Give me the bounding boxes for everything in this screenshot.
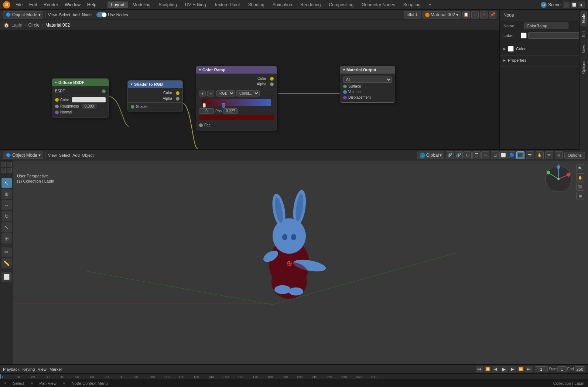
grid-btn[interactable]: ⊞ xyxy=(555,151,563,159)
color-ramp-gradient[interactable] xyxy=(202,99,271,106)
node-canvas[interactable]: ▾ Diffuse BSDF BSDF Color xyxy=(0,30,499,149)
step-fwd-btn[interactable]: ▶ xyxy=(509,366,516,373)
ramp-stop-1[interactable] xyxy=(222,103,225,108)
mo-volume-socket[interactable] xyxy=(343,90,347,94)
properties-section-header[interactable]: ▶ Properties xyxy=(503,58,584,62)
cr-fac-socket[interactable] xyxy=(199,123,203,127)
jump-end-btn[interactable]: ⏭ xyxy=(525,366,533,373)
global-dropdown[interactable]: 🌐 Global ▾ xyxy=(417,152,444,159)
s2rgb-alpha-socket-out[interactable] xyxy=(176,97,180,101)
tl-view[interactable]: View xyxy=(38,367,47,371)
zoom-in-btn[interactable]: 🔍 xyxy=(576,164,584,172)
grid2-btn[interactable]: ⊞ xyxy=(576,192,584,200)
tab-add[interactable]: + xyxy=(425,1,435,8)
view-btn[interactable]: 👁 xyxy=(545,151,553,159)
tl-marker[interactable]: Marker xyxy=(49,367,62,371)
tool-cursor[interactable]: ⊕ xyxy=(1,189,12,199)
viewport-btn-3[interactable]: ◧ xyxy=(578,1,585,8)
jump-start-btn[interactable]: ⏮ xyxy=(476,366,483,373)
prop-label-input[interactable] xyxy=(528,32,584,39)
mo-surface-socket[interactable] xyxy=(343,85,347,88)
select-mode-4[interactable] xyxy=(7,168,12,173)
ramp-type-select[interactable]: RGB xyxy=(216,90,235,96)
header-add[interactable]: Add xyxy=(72,13,80,17)
current-frame[interactable]: 1 xyxy=(535,366,548,372)
blender-icon[interactable]: B xyxy=(3,1,10,9)
step-back-btn[interactable]: ◀ xyxy=(492,366,499,373)
roughness-socket[interactable] xyxy=(55,105,59,108)
select-mode-2[interactable] xyxy=(7,162,12,167)
menu-file[interactable]: File xyxy=(13,1,25,8)
cr-alpha-socket-out[interactable] xyxy=(270,82,274,86)
tool-measure[interactable]: 📏 xyxy=(1,258,12,268)
tool-rotate[interactable]: ↻ xyxy=(1,211,12,221)
viewport-canvas[interactable]: User Perspective (1) Collection | Lapin xyxy=(13,160,588,364)
breadcrumb-circle[interactable]: Circle xyxy=(28,23,40,28)
menu-edit[interactable]: Edit xyxy=(26,1,40,8)
ramp-pos-value[interactable]: 0.227 xyxy=(223,108,238,114)
new-material-btn[interactable]: + xyxy=(471,11,479,18)
label-color-preview[interactable] xyxy=(521,33,527,38)
tl-playback[interactable]: Playback xyxy=(3,367,20,371)
ramp-add-btn[interactable]: + xyxy=(199,91,206,96)
camera2-btn[interactable]: 🎬 xyxy=(576,183,584,191)
s2rgb-shader-socket-in[interactable] xyxy=(131,105,134,109)
use-nodes-toggle[interactable]: Use Nodes xyxy=(96,12,128,17)
overlay-btn-3[interactable]: ⊡ xyxy=(464,151,472,159)
start-frame[interactable]: 1 xyxy=(557,366,567,372)
cr-color-socket-out[interactable] xyxy=(270,77,274,81)
viewport-btn-2[interactable]: ⬜ xyxy=(571,1,577,8)
next-keyframe-btn[interactable]: ⏩ xyxy=(517,366,524,373)
tool-scale[interactable]: ⤡ xyxy=(1,222,12,232)
tab-animation[interactable]: Animation xyxy=(269,1,296,8)
mat-target-select[interactable]: All xyxy=(343,77,392,83)
ramp-stop-0[interactable] xyxy=(203,103,206,108)
play-btn[interactable]: ▶ xyxy=(500,366,508,373)
roughness-value[interactable]: 0.000 xyxy=(82,104,97,109)
select-mode-1[interactable] xyxy=(1,162,6,167)
tool-transform[interactable]: ⊞ xyxy=(1,233,12,244)
delete-material-btn[interactable]: ✕ xyxy=(480,11,488,18)
menu-window[interactable]: Window xyxy=(62,1,83,8)
menu-render[interactable]: Render xyxy=(41,1,61,8)
ramp-remove-btn[interactable]: − xyxy=(207,91,214,96)
shading-material[interactable]: 🔵 xyxy=(508,151,516,159)
vp-select[interactable]: Select xyxy=(59,153,71,157)
shading-solid[interactable]: ⬜ xyxy=(499,151,507,159)
ramp-interp-select[interactable]: Const... xyxy=(236,90,260,96)
viewport-mode-dropdown[interactable]: 🔷 Object Mode ▾ xyxy=(3,152,43,159)
side-tab-options[interactable]: Options xyxy=(580,58,587,77)
shading-rendered[interactable]: ⬛ xyxy=(516,151,524,159)
color-section-header[interactable]: ▶ Color ≡ xyxy=(503,46,584,52)
tool-move[interactable]: ↔ xyxy=(1,200,12,210)
tab-shading[interactable]: Shading xyxy=(245,1,268,8)
overlay-btn-5[interactable]: 〰 xyxy=(481,151,489,159)
tool-annotate[interactable]: ✏ xyxy=(1,247,12,257)
normal-socket[interactable] xyxy=(55,111,59,114)
select-mode-3[interactable] xyxy=(1,168,6,173)
ramp-stop-index[interactable]: 0 xyxy=(199,108,214,114)
tab-texture-paint[interactable]: Texture Paint xyxy=(211,1,244,8)
breadcrumb-lapin[interactable]: Lapin xyxy=(11,23,22,28)
tool-add-cube[interactable]: ⬜ xyxy=(1,272,12,282)
tab-scripting[interactable]: Scripting xyxy=(400,1,424,8)
viewport-btn-1[interactable]: ⬛ xyxy=(563,1,570,8)
tab-modeling[interactable]: Modeling xyxy=(129,1,154,8)
tool-select[interactable]: ↖ xyxy=(1,178,12,188)
side-tab-view[interactable]: View xyxy=(580,42,587,56)
color-ramp-node[interactable]: ▾ Color Ramp Color Alpha xyxy=(196,66,277,130)
tl-keying[interactable]: Keying xyxy=(23,367,35,371)
pin-material-btn[interactable]: 📌 xyxy=(489,11,496,18)
tab-rendering[interactable]: Rendering xyxy=(297,1,324,8)
hand-btn[interactable]: ✋ xyxy=(536,151,544,159)
prev-keyframe-btn[interactable]: ⏪ xyxy=(484,366,491,373)
color-section-swatch[interactable] xyxy=(508,46,514,52)
menu-help[interactable]: Help xyxy=(84,1,99,8)
copy-material-btn[interactable]: 📋 xyxy=(462,11,470,18)
vp-view[interactable]: View xyxy=(48,153,57,157)
s2rgb-color-socket-out[interactable] xyxy=(176,91,180,95)
header-select[interactable]: Select xyxy=(59,13,71,17)
header-view[interactable]: View xyxy=(48,13,57,17)
camera-btn[interactable]: 📷 xyxy=(526,151,534,159)
tab-geometry-nodes[interactable]: Geometry Nodes xyxy=(358,1,399,8)
